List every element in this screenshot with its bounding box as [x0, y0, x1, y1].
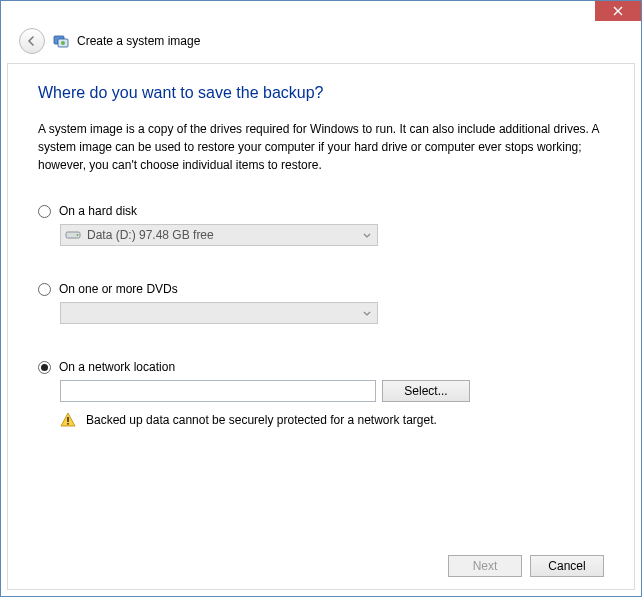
radio-hard-disk[interactable] [38, 205, 51, 218]
wizard-window: Create a system image Where do you want … [0, 0, 642, 597]
hard-drive-icon [65, 228, 81, 242]
svg-rect-6 [67, 423, 69, 425]
radio-dvds[interactable] [38, 283, 51, 296]
page-description: A system image is a copy of the drives r… [38, 120, 604, 174]
close-icon [613, 6, 623, 16]
header: Create a system image [1, 25, 641, 57]
radio-row-dvds[interactable]: On one or more DVDs [38, 282, 604, 296]
wizard-footer: Next Cancel [38, 545, 604, 577]
svg-rect-5 [67, 417, 69, 422]
radio-row-hard-disk[interactable]: On a hard disk [38, 204, 604, 218]
system-image-icon [53, 33, 69, 49]
page-heading: Where do you want to save the backup? [38, 84, 604, 102]
dvd-combo[interactable] [60, 302, 378, 324]
network-warning-text: Backed up data cannot be securely protec… [86, 413, 437, 427]
network-path-input[interactable] [60, 380, 376, 402]
chevron-down-icon [363, 306, 371, 320]
title-bar [1, 1, 641, 25]
network-warning-row: Backed up data cannot be securely protec… [60, 412, 604, 428]
hard-disk-combo[interactable]: Data (D:) 97.48 GB free [60, 224, 378, 246]
svg-point-2 [61, 41, 65, 45]
svg-point-4 [77, 234, 79, 236]
chevron-down-icon [363, 228, 371, 242]
close-button[interactable] [595, 1, 641, 21]
hard-disk-selected: Data (D:) 97.48 GB free [87, 228, 214, 242]
radio-label-network: On a network location [59, 360, 175, 374]
select-button[interactable]: Select... [382, 380, 470, 402]
back-arrow-icon [26, 35, 38, 47]
content-outer: Where do you want to save the backup? A … [1, 57, 641, 596]
next-button[interactable]: Next [448, 555, 522, 577]
back-button[interactable] [19, 28, 45, 54]
content-panel: Where do you want to save the backup? A … [7, 63, 635, 590]
window-title: Create a system image [77, 34, 200, 48]
radio-network[interactable] [38, 361, 51, 374]
warning-icon [60, 412, 76, 428]
radio-label-hard-disk: On a hard disk [59, 204, 137, 218]
radio-label-dvds: On one or more DVDs [59, 282, 178, 296]
network-row: Select... [60, 380, 604, 402]
cancel-button[interactable]: Cancel [530, 555, 604, 577]
option-dvds: On one or more DVDs [38, 282, 604, 324]
option-hard-disk: On a hard disk Data (D:) 97.48 GB free [38, 204, 604, 246]
option-network: On a network location Select... Backed u [38, 360, 604, 428]
radio-row-network[interactable]: On a network location [38, 360, 604, 374]
